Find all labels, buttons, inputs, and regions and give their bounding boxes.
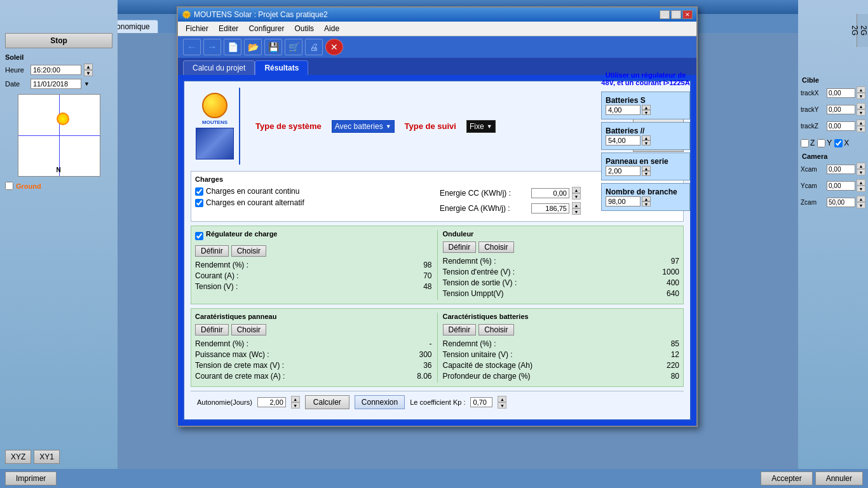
- toolbar: ← → 📄 📂 💾 🛒 🖨 ✕: [178, 36, 696, 58]
- xcam-up[interactable]: ▲: [857, 163, 865, 169]
- panneau-definir-btn[interactable]: Définir: [195, 324, 229, 336]
- dialog-close[interactable]: ✕: [682, 10, 693, 19]
- zcam-down[interactable]: ▼: [857, 202, 865, 208]
- autonomie-up[interactable]: ▲: [291, 396, 300, 402]
- toolbar-forward[interactable]: →: [203, 39, 221, 55]
- menu-configurer[interactable]: Configurer: [243, 23, 289, 34]
- energie-ca-input[interactable]: [531, 203, 569, 214]
- energie-ca-down[interactable]: ▼: [572, 208, 581, 215]
- ca-checkbox[interactable]: [195, 199, 203, 207]
- tab-calcul[interactable]: Calcul du projet: [183, 60, 255, 75]
- tab-resultats[interactable]: Résultats: [255, 60, 308, 75]
- trackX-up[interactable]: ▲: [857, 86, 865, 93]
- panneau-serie-input[interactable]: [606, 166, 641, 176]
- nombre-branche-down[interactable]: ▼: [642, 201, 651, 207]
- ycam-input[interactable]: [827, 181, 855, 191]
- batteries-s-input[interactable]: [606, 105, 641, 115]
- menu-aide[interactable]: Aide: [319, 23, 344, 34]
- toolbar-close[interactable]: ✕: [325, 39, 343, 55]
- dialog-minimize[interactable]: _: [660, 10, 670, 19]
- trackX-input[interactable]: [827, 88, 855, 98]
- soleil-label: Soleil: [5, 53, 112, 61]
- xcam-input[interactable]: [827, 165, 855, 174]
- menu-fichier[interactable]: Fichier: [180, 23, 214, 34]
- xy1-button[interactable]: XY1: [34, 450, 60, 464]
- trackX-down[interactable]: ▼: [857, 93, 865, 99]
- batteries-parallel-up[interactable]: ▲: [642, 135, 651, 140]
- calculer-button[interactable]: Calculer: [305, 395, 349, 409]
- toolbar-back[interactable]: ←: [183, 39, 201, 55]
- autonomie-input[interactable]: [257, 397, 286, 407]
- date-input[interactable]: [31, 79, 81, 89]
- bat-choisir-btn[interactable]: Choisir: [478, 324, 513, 336]
- kp-input[interactable]: [470, 397, 492, 407]
- bat-profondeur-value: 80: [671, 372, 679, 381]
- ond-definir-btn[interactable]: Définir: [443, 241, 477, 253]
- nombre-branche-input[interactable]: [606, 196, 641, 207]
- batteries-parallel-input[interactable]: [606, 135, 641, 146]
- batteries-s-down[interactable]: ▼: [642, 110, 651, 115]
- imprimer-button[interactable]: Imprimer: [5, 471, 57, 485]
- pan-rendement-label: Rendemnt (%) :: [195, 339, 427, 348]
- ground-checkbox[interactable]: [5, 182, 13, 190]
- zcam-input[interactable]: [827, 198, 855, 207]
- ycam-up[interactable]: ▲: [857, 179, 865, 186]
- energie-cc-input[interactable]: [531, 188, 569, 198]
- y-checkbox[interactable]: [817, 139, 825, 147]
- zcam-up[interactable]: ▲: [857, 196, 865, 202]
- autonomie-down[interactable]: ▼: [291, 402, 300, 409]
- panneau-choisir-btn[interactable]: Choisir: [231, 324, 266, 336]
- bat-definir-btn[interactable]: Définir: [443, 324, 477, 336]
- date-dropdown[interactable]: ▼: [84, 81, 90, 87]
- annuler-button[interactable]: Annuler: [815, 471, 863, 485]
- energie-ca-up[interactable]: ▲: [572, 202, 581, 208]
- panneau-serie-up[interactable]: ▲: [642, 166, 651, 171]
- trackY-down[interactable]: ▼: [857, 109, 865, 116]
- suivi-select[interactable]: Fixe ▼: [466, 120, 496, 133]
- trackZ-up[interactable]: ▲: [857, 119, 865, 126]
- stop-button[interactable]: Stop: [5, 33, 112, 48]
- accepter-button[interactable]: Accepter: [761, 471, 812, 485]
- toolbar-save[interactable]: 💾: [264, 39, 282, 55]
- reg-definir-btn[interactable]: Définir: [195, 245, 229, 257]
- ond-rendement-label: Rendemnt (%) :: [443, 257, 668, 266]
- menu-outils[interactable]: Outils: [289, 23, 319, 34]
- reg-choisir-btn[interactable]: Choisir: [231, 245, 266, 257]
- toolbar-open[interactable]: 📂: [244, 39, 262, 55]
- toolbar-new[interactable]: 📄: [224, 39, 241, 55]
- system-type-label: Type de système: [255, 121, 322, 131]
- xcam-down[interactable]: ▼: [857, 169, 865, 175]
- pan-tension-crete-label: Tension de crete max (V) :: [195, 361, 421, 370]
- reg-courant-label: Courant (A) :: [195, 271, 421, 280]
- ond-choisir-btn[interactable]: Choisir: [478, 241, 513, 253]
- energie-cc-up[interactable]: ▲: [572, 187, 581, 193]
- system-type-select[interactable]: Avec batteries ▼: [332, 120, 395, 133]
- cc-checkbox[interactable]: [195, 187, 203, 196]
- batteries-s-label: Batteries S: [606, 96, 686, 105]
- heure-down[interactable]: ▼: [84, 70, 93, 76]
- toolbar-cart[interactable]: 🛒: [285, 39, 302, 55]
- menu-editer[interactable]: Editer: [214, 23, 243, 34]
- toolbar-print[interactable]: 🖨: [305, 39, 323, 55]
- batteries-parallel-down[interactable]: ▼: [642, 140, 651, 146]
- ycam-down[interactable]: ▼: [857, 186, 865, 192]
- trackY-up[interactable]: ▲: [857, 103, 865, 109]
- heure-up[interactable]: ▲: [84, 64, 93, 70]
- kp-down[interactable]: ▼: [498, 402, 506, 409]
- panneau-serie-down[interactable]: ▼: [642, 171, 651, 176]
- xyz-button[interactable]: XYZ: [5, 450, 31, 464]
- dialog-maximize[interactable]: □: [671, 10, 681, 19]
- trackZ-down[interactable]: ▼: [857, 126, 865, 132]
- connexion-button[interactable]: Connexion: [355, 395, 405, 409]
- energie-cc-down[interactable]: ▼: [572, 193, 581, 200]
- trackY-input[interactable]: [827, 105, 855, 114]
- x-checkbox[interactable]: [834, 139, 843, 147]
- batteries-s-up[interactable]: ▲: [642, 105, 651, 110]
- z-checkbox[interactable]: [801, 139, 809, 147]
- pan-puissance-label: Puissance max (Wc) :: [195, 350, 416, 359]
- trackZ-input[interactable]: [827, 121, 855, 131]
- kp-up[interactable]: ▲: [498, 396, 506, 402]
- reg-checkbox[interactable]: [195, 232, 203, 240]
- heure-input[interactable]: [31, 65, 81, 75]
- nombre-branche-up[interactable]: ▲: [642, 196, 651, 201]
